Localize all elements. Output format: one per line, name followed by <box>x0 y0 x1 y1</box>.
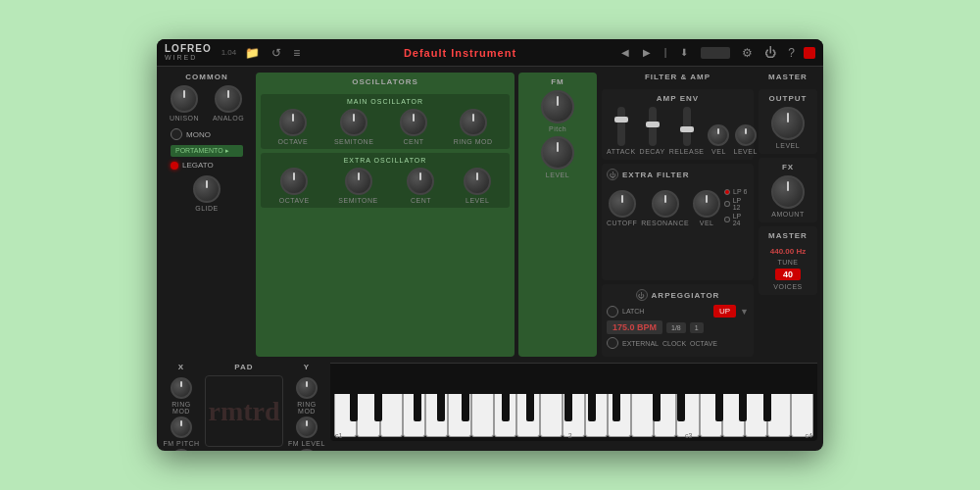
unison-group: UNISON <box>170 85 199 122</box>
refresh-icon[interactable]: ↺ <box>269 44 284 62</box>
extra-filter-power[interactable]: ⏻ <box>607 169 618 180</box>
black-key-4[interactable] <box>437 394 445 421</box>
fx-amount-knob[interactable] <box>771 175 805 209</box>
white-key-20[interactable] <box>767 394 790 437</box>
output-level-knob[interactable] <box>735 124 757 146</box>
white-key-7[interactable] <box>471 394 494 437</box>
pad-fmpitch-knob[interactable] <box>171 416 192 438</box>
legato-led[interactable] <box>171 162 178 170</box>
up-dropdown[interactable]: ▼ <box>740 307 749 317</box>
black-key-12[interactable] <box>677 394 685 421</box>
extra-cent-knob[interactable] <box>407 168 434 195</box>
amp-env-section: AMP ENV ATTACK DECAY <box>602 89 754 160</box>
unison-knob[interactable] <box>171 85 198 113</box>
pad-ringmod2-knob[interactable] <box>296 377 318 399</box>
main-osc-label: MAIN OSCILLATOR <box>265 98 506 105</box>
black-key-2[interactable] <box>374 394 382 421</box>
lp12-option[interactable]: LP 12 <box>724 197 749 211</box>
mono-radio[interactable] <box>171 128 182 140</box>
black-key-7[interactable] <box>526 394 534 421</box>
up-value[interactable]: UP <box>713 305 736 318</box>
fm-pitch-knob[interactable] <box>541 90 574 123</box>
decay-fader[interactable] <box>649 107 657 146</box>
glide-knob[interactable] <box>193 175 220 203</box>
mono-row: MONO <box>163 128 251 140</box>
pad-cutoff-knob[interactable] <box>296 449 318 451</box>
cutoff-knob[interactable] <box>609 190 636 218</box>
release-fader[interactable] <box>683 107 691 146</box>
mono-label: MONO <box>186 130 211 139</box>
legato-row: LEGATO <box>163 161 251 170</box>
extra-octave-group: OCTAVE <box>279 168 310 204</box>
extra-octave-knob[interactable] <box>280 168 308 195</box>
filter-vel-knob[interactable] <box>693 190 720 218</box>
settings-icon[interactable]: ⚙ <box>739 44 756 62</box>
pad-drive-knob[interactable] <box>171 449 192 451</box>
bottom-row: X RING MOD FM PITCH DRIVE PAD rmtrd Y <box>157 363 823 451</box>
black-key-8[interactable] <box>564 394 572 421</box>
glide-label: GLIDE <box>195 205 219 212</box>
help-icon[interactable]: ? <box>785 44 798 62</box>
pad-ringmod-label: RING MOD <box>163 401 200 415</box>
download-btn[interactable]: ⬇ <box>676 45 692 60</box>
main-octave-knob[interactable] <box>279 109 307 136</box>
pad-ringmod-knob[interactable] <box>171 377 192 399</box>
black-key-3[interactable] <box>414 394 421 421</box>
pad-surface[interactable]: rmtrd <box>205 375 283 447</box>
white-key-10[interactable] <box>540 394 563 437</box>
main-semitone-knob[interactable] <box>340 109 368 136</box>
black-key-5[interactable] <box>462 394 469 421</box>
black-key-14[interactable] <box>739 394 747 421</box>
main-ringmod-knob[interactable] <box>460 109 487 136</box>
black-key-11[interactable] <box>653 394 661 421</box>
attack-fader[interactable] <box>617 107 625 146</box>
latch-radio[interactable] <box>607 306 618 318</box>
black-key-1[interactable] <box>350 394 358 421</box>
fm-level-label: LEVEL <box>546 172 569 178</box>
fm-level-knob[interactable] <box>541 136 574 170</box>
octave-value[interactable]: 1 <box>690 322 704 333</box>
fm-section: FM Pitch LEVEL <box>518 73 597 357</box>
resonance-knob[interactable] <box>652 190 679 218</box>
filter-vel-label: VEL <box>700 220 714 226</box>
arp-bpm-row: 175.0 BPM 1/8 1 <box>607 320 749 334</box>
menu-icon[interactable]: ≡ <box>290 44 303 62</box>
black-key-13[interactable] <box>715 394 723 421</box>
master-freq: 440.00 Hz <box>770 247 806 256</box>
prev-btn[interactable]: ◀ <box>617 45 633 60</box>
stop-btn[interactable]: | <box>661 45 671 60</box>
bpm-display[interactable]: 175.0 BPM <box>607 320 662 334</box>
white-key-21[interactable] <box>791 394 813 437</box>
pad-label: PAD <box>234 363 253 371</box>
black-key-10[interactable] <box>612 394 620 421</box>
portamento-btn[interactable]: PORTAMENTO ▸ <box>171 145 243 157</box>
black-key-6[interactable] <box>502 394 510 421</box>
analog-knob[interactable] <box>215 85 242 113</box>
play-btn[interactable]: ▶ <box>639 45 655 60</box>
unison-label: UNISON <box>170 115 199 122</box>
release-fader-thumb <box>680 126 694 132</box>
extra-level-knob[interactable] <box>464 168 491 195</box>
rec-btn[interactable] <box>804 47 815 59</box>
white-key-14[interactable] <box>631 394 654 437</box>
extra-semitone-knob[interactable] <box>345 168 372 195</box>
main-cent-knob[interactable] <box>400 109 427 136</box>
white-key-3[interactable] <box>380 394 403 437</box>
pad-fmlevel-knob[interactable] <box>296 416 318 438</box>
black-key-15[interactable] <box>763 394 771 421</box>
lp6-option[interactable]: LP 6 <box>724 188 749 195</box>
tune-value[interactable]: 40 <box>775 269 801 280</box>
attack-group: ATTACK <box>607 107 636 155</box>
black-key-9[interactable] <box>588 394 596 421</box>
folder-icon[interactable]: 📁 <box>242 44 263 62</box>
pad-ringmod2-label: RING MOD <box>288 401 325 415</box>
filter-amp-label: FILTER & AMP <box>602 73 754 81</box>
arp-power[interactable]: ⏻ <box>636 289 648 301</box>
extra-cent-label: CENT <box>411 197 431 204</box>
power-icon[interactable]: ⏻ <box>761 44 779 62</box>
master-level-knob[interactable] <box>771 107 805 140</box>
clock-fraction[interactable]: 1/8 <box>666 322 686 333</box>
vel-knob[interactable] <box>708 124 729 146</box>
lp24-option[interactable]: LP 24 <box>724 213 749 226</box>
external-radio[interactable] <box>607 337 618 349</box>
